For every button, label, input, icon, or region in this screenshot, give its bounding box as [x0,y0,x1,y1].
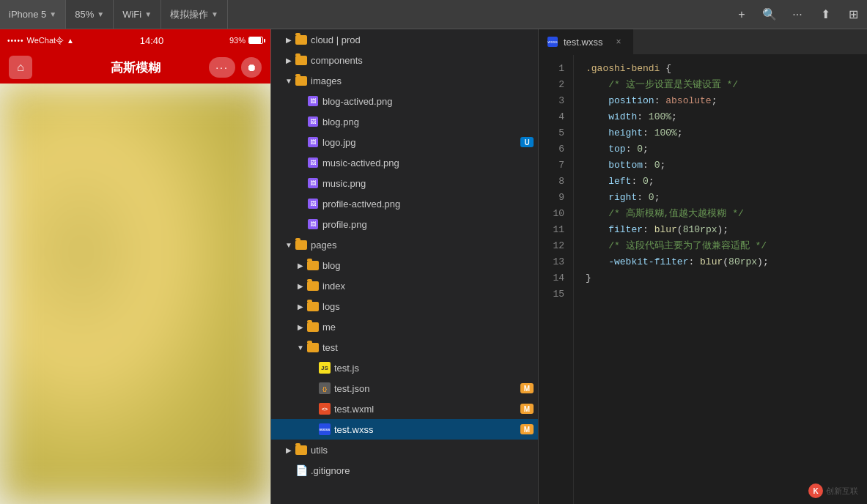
arrow-icon: ▼ [295,344,306,352]
tree-item-index-folder[interactable]: ▶ index [271,275,538,296]
line-number: 3 [539,93,573,109]
signal-icon: ▲ [67,37,74,45]
simulate-label: 模拟操作 [170,8,208,21]
item-label: blog.png [322,116,538,127]
arrow-icon: ▶ [295,323,306,331]
folder-icon [295,56,308,65]
nav-record-button[interactable]: ⏺ [241,57,262,78]
nav-dots-button[interactable]: ··· [209,57,235,78]
folder-icon [306,281,320,291]
tree-item-music[interactable]: ▶ 🖼 music.png [271,173,538,193]
wxml-icon: <> [318,403,331,415]
tree-item-test-js[interactable]: ▶ JS test.js [271,357,538,378]
tree-item-logs-folder[interactable]: ▶ logs [271,296,538,316]
folder-icon [295,35,308,45]
device-selector[interactable]: iPhone 5 ▼ [0,0,66,29]
image-icon: 🖼 [306,199,320,209]
tree-item-me-folder[interactable]: ▶ me [271,316,538,337]
carrier-label: WeChat令 [27,35,64,46]
item-label: profile-actived.png [322,199,538,210]
main-area: ••••• WeChat令 ▲ 14:40 93% ⌂ 高斯模糊 [0,29,867,504]
editor-tab-test-wxss[interactable]: wxss test.wxss × [539,29,634,54]
item-label: test.json [334,383,369,394]
image-icon: 🖼 [306,116,320,127]
badge-modified: M [520,404,534,414]
status-left: ••••• WeChat令 ▲ [7,35,74,46]
item-label: blog-actived.png [322,96,538,107]
simulate-selector[interactable]: 模拟操作 ▼ [161,0,228,29]
folder-icon [295,240,308,250]
tree-item-blog-folder[interactable]: ▶ blog [271,255,538,275]
item-label: images [311,75,538,86]
tree-item-test-wxss[interactable]: ▶ wxss test.wxss M [271,419,538,440]
line-number: 7 [539,158,573,174]
battery-fill [249,37,261,43]
arrow-icon: ▼ [283,241,295,249]
code-line: height: 100%; [586,125,867,141]
home-button[interactable]: ⌂ [9,56,32,79]
line-number: 10 [539,206,573,222]
code-line: /* 这一步设置是关键设置 */ [586,77,867,93]
code-line: /* 高斯模糊,值越大越模糊 */ [586,206,867,222]
tree-item-images[interactable]: ▼ images [271,70,538,91]
time-display: 14:40 [140,35,164,46]
compile-icon: ⬆ [821,7,830,21]
status-right: 93% [229,36,263,45]
network-selector[interactable]: WiFi ▼ [114,0,161,29]
item-label: profile.png [322,219,538,230]
tree-item-cloud[interactable]: ▶ cloud | prod [271,29,538,50]
item-label: index [322,281,538,292]
line-number: 6 [539,141,573,158]
tab-close-button[interactable]: × [613,36,624,48]
tree-item-pages[interactable]: ▼ pages [271,234,538,255]
file-tree: ▶ cloud | prod ▶ components ▼ images [271,29,539,504]
tree-item-blog-png[interactable]: ▶ 🖼 blog.png [271,111,538,132]
add-button[interactable]: + [728,0,756,29]
line-number: 2 [539,77,573,93]
preview-button[interactable]: ⊞ [839,0,867,29]
tree-item-test-wxml[interactable]: ▶ <> test.wxml M [271,399,538,419]
code-line: position: absolute; [586,93,867,109]
brand-logo: K [808,483,823,498]
tree-item-test-folder[interactable]: ▼ test [271,337,538,357]
image-icon: 🖼 [306,96,320,106]
compile-button[interactable]: ⬆ [811,0,839,29]
home-icon: ⌂ [17,61,24,74]
network-chevron-icon: ▼ [144,10,152,18]
code-line: width: 100%; [586,109,867,125]
nav-right-buttons: ··· ⏺ [209,57,262,78]
tree-item-logo[interactable]: ▶ 🖼 logo.jpg U [271,132,538,152]
more-button[interactable]: ··· [783,0,811,29]
line-number: 14 [539,270,573,286]
code-line: } [586,270,867,286]
device-label: iPhone 5 [9,9,46,20]
item-label: pages [311,240,538,251]
brand-name: 创新互联 [826,486,858,497]
nav-record-icon: ⏺ [246,62,257,73]
code-line: top: 0; [586,141,867,158]
line-number: 4 [539,109,573,125]
item-label: blog [322,260,538,271]
tree-item-profile-actived[interactable]: ▶ 🖼 profile-actived.png [271,193,538,214]
tree-item-music-actived[interactable]: ▶ 🖼 music-actived.png [271,152,538,173]
search-button[interactable]: 🔍 [756,0,783,29]
item-label: me [322,322,538,333]
search-icon: 🔍 [762,7,777,21]
tree-item-blog-actived[interactable]: ▶ 🖼 blog-actived.png [271,91,538,111]
tree-item-utils-folder[interactable]: ▶ utils [271,440,538,460]
nav-dots-icon: ··· [215,62,229,73]
phone-status-bar: ••••• WeChat令 ▲ 14:40 93% [0,29,270,51]
tree-item-gitignore[interactable]: ▶ 📄 .gitignore [271,460,538,481]
tree-item-test-json[interactable]: ▶ {} test.json M [271,378,538,399]
toolbar: iPhone 5 ▼ 85% ▼ WiFi ▼ 模拟操作 ▼ + 🔍 ··· ⬆… [0,0,867,29]
zoom-selector[interactable]: 85% ▼ [66,0,114,29]
code-line: bottom: 0; [586,158,867,174]
tree-item-profile[interactable]: ▶ 🖼 profile.png [271,214,538,234]
code-area[interactable]: .gaoshi-bendi { /* 这一步设置是关键设置 */ positio… [574,55,867,504]
tree-item-components[interactable]: ▶ components [271,50,538,70]
folder-icon [306,261,320,270]
tab-filename: test.wxss [564,37,602,48]
code-line: /* 这段代码主要为了做兼容适配 */ [586,238,867,254]
line-number: 8 [539,174,573,190]
item-label: test.js [334,363,538,374]
